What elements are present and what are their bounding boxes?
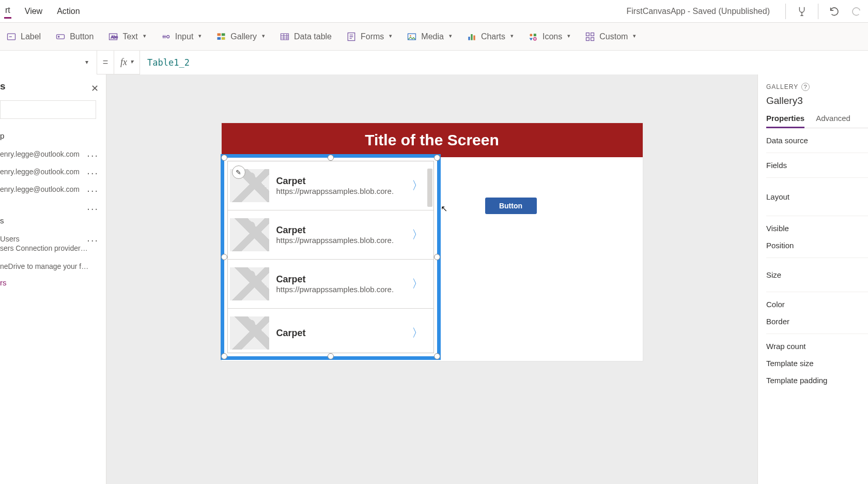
prop-template-size[interactable]: Template size [766,355,868,372]
row-title: Carpet [276,328,405,339]
connection-item[interactable]: ··· enry.legge@outlook.com [0,145,102,163]
fx-button[interactable]: fx ▾ [114,51,140,74]
connector-item[interactable]: ··· Users sers Connection provider lets … [0,230,102,258]
control-name[interactable]: Gallery3 [766,95,868,107]
resize-handle[interactable] [328,155,334,161]
undo-icon[interactable] [829,6,840,17]
menu-action[interactable]: Action [56,5,81,18]
app-canvas[interactable]: Title of the Screen ✎ [222,123,643,361]
row-subtitle: https://pwrappssamples.blob.core. [276,187,395,195]
panel-type-label: GALLERY ? [766,83,868,91]
connection-email: enry.legge@outlook.com [0,185,89,194]
add-connector-link[interactable]: rs [0,278,102,287]
label-text: Forms [361,32,384,41]
prop-border[interactable]: Border [766,313,868,334]
prop-wrap-count[interactable]: Wrap count [766,334,868,355]
svg-rect-23 [591,37,594,40]
insert-media-button[interactable]: Media ▾ [407,32,452,42]
insert-text-button[interactable]: Abc Text ▾ [108,32,146,42]
pencil-icon[interactable]: ✎ [232,165,245,179]
redo-icon[interactable] [850,6,862,17]
image-placeholder-icon [230,267,269,300]
gallery-control[interactable]: ✎ Carpet https://pwrappssamples.blob.cor… [227,161,434,353]
menu-view[interactable]: View [24,5,43,18]
prop-layout[interactable]: Layout [766,178,868,216]
more-icon[interactable]: ··· [87,233,99,247]
canvas-button[interactable]: Button [485,198,537,214]
chevron-right-icon[interactable]: 〉 [412,325,423,341]
connection-email: enry.legge@outlook.com [0,149,89,159]
close-icon[interactable]: ✕ [91,83,99,94]
insert-button-button[interactable]: Button [55,32,94,42]
more-icon[interactable]: ··· [87,202,99,215]
resize-handle[interactable] [434,155,440,161]
menu-insert[interactable]: rt [4,4,11,19]
gallery-selection[interactable]: ✎ Carpet https://pwrappssamples.blob.cor… [221,154,441,360]
resize-handle[interactable] [434,353,440,359]
prop-size[interactable]: Size [766,258,868,292]
divider [785,4,786,19]
chevron-down-icon: ▾ [389,33,392,39]
tab-properties[interactable]: Properties [766,114,804,128]
prop-template-padding[interactable]: Template padding [766,372,868,392]
svg-point-13 [410,35,412,37]
insert-toolbar: Label Button Abc Text ▾ Input ▾ Gallery … [0,23,868,51]
more-icon[interactable]: ··· [87,166,99,179]
insert-custom-button[interactable]: Custom ▾ [585,32,636,42]
label-text: Media [421,32,444,41]
chevron-right-icon[interactable]: 〉 [412,178,423,193]
svg-point-2 [58,36,59,37]
chevron-right-icon[interactable]: 〉 [412,227,423,243]
connection-item[interactable]: ··· [0,199,102,207]
app-checker-icon[interactable] [796,6,808,17]
insert-forms-button[interactable]: Forms ▾ [346,32,392,42]
connection-item[interactable]: ··· enry.legge@outlook.com [0,180,102,198]
gallery-row[interactable]: Carpet https://pwrappssamples.blob.core.… [228,210,433,260]
gallery-row[interactable]: Carpet https://pwrappssamples.blob.core.… [228,161,433,210]
chevron-down-icon: ▾ [567,33,570,39]
more-icon[interactable]: ··· [87,184,99,197]
resize-handle[interactable] [434,254,440,260]
svg-rect-10 [281,34,289,40]
svg-point-5 [166,35,169,38]
section-header: s [0,216,102,225]
menubar-left: rt View Action [3,4,81,19]
label-text: Button [70,32,94,41]
resize-handle[interactable] [221,353,227,359]
resize-handle[interactable] [221,155,227,161]
equals-sign: = [97,57,114,68]
label-text: Icons [542,32,562,41]
insert-charts-button[interactable]: Charts ▾ [467,32,514,42]
insert-input-button[interactable]: Input ▾ [161,32,202,42]
screen-title-bar[interactable]: Title of the Screen [222,123,643,157]
gallery-row[interactable]: Carpet 〉 [228,309,433,353]
property-selector[interactable]: ▾ [0,51,97,74]
search-input[interactable] [0,100,96,119]
connector-title: Users [0,234,89,244]
svg-rect-6 [218,33,221,36]
resize-handle[interactable] [328,353,334,359]
help-icon[interactable]: ? [801,83,810,91]
insert-label-button[interactable]: Label [6,32,41,42]
insert-datatable-button[interactable]: Data table [280,32,332,42]
canvas-area[interactable]: Title of the Screen ✎ [106,74,757,484]
prop-color[interactable]: Color [766,292,868,313]
tab-advanced[interactable]: Advanced [816,114,850,128]
connector-item[interactable]: neDrive to manage your files. Yo... [0,258,102,275]
gallery-row[interactable]: Carpet https://pwrappssamples.blob.core.… [228,260,433,309]
more-icon[interactable]: ··· [87,148,99,162]
prop-position[interactable]: Position [766,237,868,258]
insert-gallery-button[interactable]: Gallery ▾ [216,32,265,42]
resize-handle[interactable] [221,254,227,260]
label-text: Charts [481,32,505,41]
insert-icons-button[interactable]: Icons ▾ [528,32,570,42]
formula-input[interactable] [140,51,868,74]
svg-point-19 [534,37,536,40]
connection-item[interactable]: ··· enry.legge@outlook.com [0,163,102,180]
prop-fields[interactable]: Fields [766,153,868,178]
svg-rect-16 [473,35,475,40]
properties-panel: GALLERY ? Gallery3 Properties Advanced D… [757,74,868,484]
prop-visible[interactable]: Visible [766,216,868,237]
chevron-right-icon[interactable]: 〉 [412,276,423,292]
prop-data-source[interactable]: Data source [766,128,868,153]
